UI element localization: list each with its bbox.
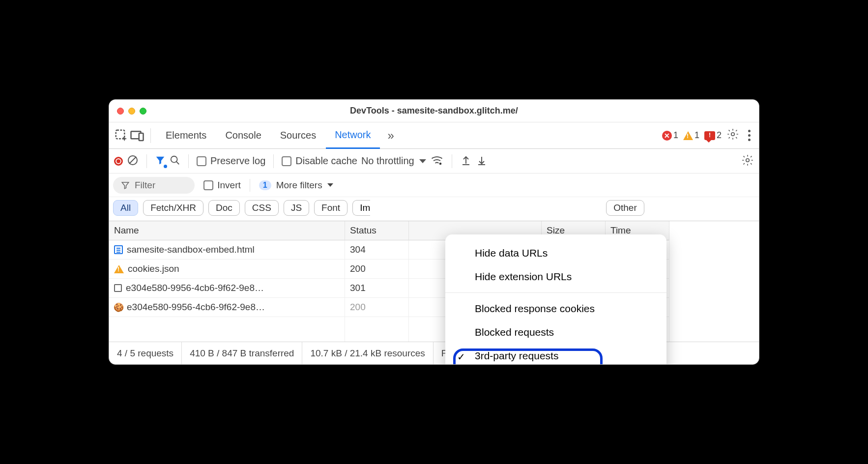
warning-icon: ! (683, 131, 693, 140)
filter-bar: Filter Invert 1 More filters (109, 174, 759, 197)
issues-icon: ! (704, 131, 715, 140)
table-row[interactable]: 🍪 e304e580-9956-4cb6-9f62-9e8… (109, 298, 345, 317)
table-row[interactable]: samesite-sandbox-embed.html (109, 240, 345, 260)
throttling-dropdown[interactable]: No throttling (361, 155, 426, 167)
disable-cache-checkbox[interactable]: Disable cache (282, 155, 357, 167)
menu-hide-extension-urls[interactable]: Hide extension URLs (445, 265, 666, 289)
chip-all[interactable]: All (113, 200, 138, 216)
tab-elements[interactable]: Elements (157, 122, 215, 149)
chip-img[interactable]: Im (352, 200, 370, 216)
inspect-element-icon[interactable] (114, 128, 129, 143)
search-icon[interactable] (170, 155, 180, 168)
record-icon[interactable] (114, 157, 123, 166)
menu-hide-data-urls[interactable]: Hide data URLs (445, 241, 666, 265)
chip-other[interactable]: Other (606, 200, 644, 216)
status-cell: 304 (345, 240, 409, 260)
invert-checkbox[interactable]: Invert (203, 180, 241, 191)
filter-count-badge: 1 (259, 180, 271, 190)
svg-point-9 (746, 158, 750, 162)
funnel-icon (121, 181, 130, 190)
warning-icon (114, 265, 124, 273)
checkbox-icon (282, 156, 291, 166)
svg-point-3 (731, 133, 735, 136)
check-icon: ✓ (457, 351, 465, 363)
chip-font[interactable]: Font (314, 200, 347, 216)
maximize-window-icon[interactable] (140, 108, 146, 115)
svg-line-7 (176, 161, 179, 164)
issues-count[interactable]: ! 2 (704, 130, 722, 141)
resource-icon (114, 284, 122, 292)
close-window-icon[interactable] (117, 108, 124, 115)
export-har-icon[interactable] (460, 154, 472, 168)
table-row[interactable]: cookies.json (109, 260, 345, 279)
col-status[interactable]: Status (345, 221, 409, 240)
chevron-down-icon (419, 159, 426, 163)
status-resources: 10.7 kB / 21.4 kB resources (302, 342, 433, 364)
network-toolbar: Preserve log Disable cache No throttling (109, 149, 759, 174)
checkbox-icon (203, 180, 213, 190)
resource-type-filter: All Fetch/XHR Doc CSS JS Font Im Other (109, 197, 759, 221)
chip-css[interactable]: CSS (245, 200, 279, 216)
network-settings-icon[interactable] (741, 154, 754, 169)
svg-rect-2 (139, 133, 144, 141)
clear-icon[interactable] (127, 154, 139, 168)
import-har-icon[interactable] (476, 154, 488, 168)
chip-doc[interactable]: Doc (208, 200, 240, 216)
svg-point-8 (439, 162, 441, 165)
warning-count[interactable]: ! 1 (683, 130, 699, 141)
status-transferred: 410 B / 847 B transferred (182, 342, 302, 364)
chip-js[interactable]: JS (284, 200, 309, 216)
titlebar: DevTools - samesite-sandbox.glitch.me/ (109, 100, 759, 122)
status-cell: 200 (345, 260, 409, 279)
minimize-window-icon[interactable] (128, 108, 135, 115)
device-toolbar-icon[interactable] (130, 128, 145, 143)
menu-3rd-party-requests[interactable]: ✓ 3rd-party requests (445, 344, 666, 365)
devtools-window: DevTools - samesite-sandbox.glitch.me/ E… (109, 99, 759, 365)
chevron-down-icon (327, 183, 333, 187)
status-requests: 4 / 5 requests (109, 342, 182, 364)
status-cell: 200 (345, 298, 409, 317)
menu-blocked-requests[interactable]: Blocked requests (445, 320, 666, 344)
error-count[interactable]: ✕ 1 (662, 130, 678, 141)
col-name[interactable]: Name (109, 221, 345, 240)
more-filters-dropdown[interactable]: 1 More filters (259, 180, 333, 191)
preserve-log-checkbox[interactable]: Preserve log (197, 155, 265, 167)
status-cell: 301 (345, 279, 409, 298)
filter-toggle-icon[interactable] (155, 155, 166, 168)
menu-icon[interactable] (744, 130, 754, 141)
error-icon: ✕ (662, 131, 672, 141)
more-filters-menu: Hide data URLs Hide extension URLs Block… (445, 234, 666, 365)
filter-input[interactable]: Filter (113, 177, 195, 194)
traffic-lights (117, 108, 146, 115)
tab-sources[interactable]: Sources (271, 122, 325, 149)
window-title: DevTools - samesite-sandbox.glitch.me/ (109, 106, 759, 116)
network-conditions-icon[interactable] (430, 153, 444, 169)
cookie-icon: 🍪 (114, 303, 123, 312)
settings-icon[interactable] (726, 128, 739, 143)
chip-fetch-xhr[interactable]: Fetch/XHR (143, 200, 203, 216)
svg-point-6 (171, 156, 177, 162)
svg-line-5 (129, 157, 136, 164)
checkbox-icon (197, 156, 206, 166)
main-tabs: Elements Console Sources Network » ✕ 1 !… (109, 122, 759, 149)
table-row[interactable]: e304e580-9956-4cb6-9f62-9e8… (109, 279, 345, 298)
menu-blocked-response-cookies[interactable]: Blocked response cookies (445, 297, 666, 320)
tab-console[interactable]: Console (216, 122, 270, 149)
document-icon (114, 245, 123, 254)
more-tabs-icon[interactable]: » (381, 129, 401, 143)
tab-network[interactable]: Network (326, 122, 379, 149)
